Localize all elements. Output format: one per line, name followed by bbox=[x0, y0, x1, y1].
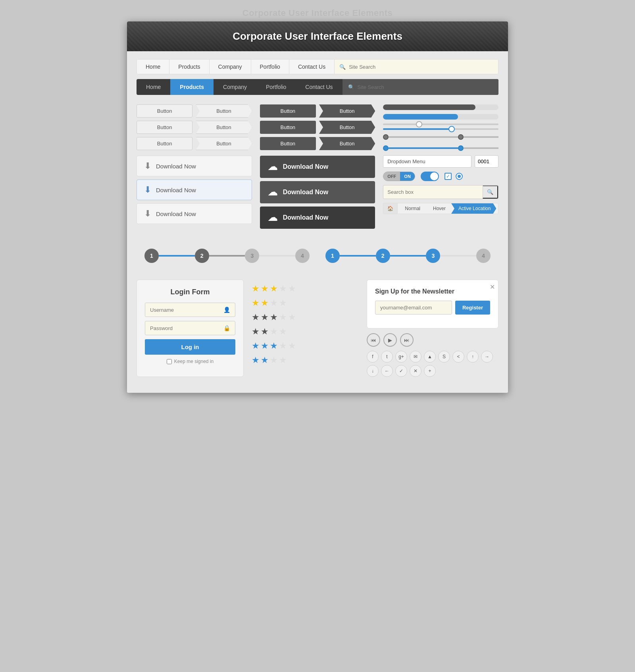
star-dark-2[interactable]: ★ bbox=[261, 312, 269, 322]
star-9[interactable]: ★ bbox=[279, 298, 287, 308]
star-dark-8[interactable]: ★ bbox=[270, 326, 278, 337]
nav-dark-portfolio[interactable]: Portfolio bbox=[256, 79, 296, 95]
star-blue-3[interactable]: ★ bbox=[270, 341, 278, 351]
step-2-dark[interactable]: 2 bbox=[195, 249, 209, 263]
star-5[interactable]: ★ bbox=[288, 284, 296, 294]
dark-btn-2[interactable]: Button bbox=[260, 121, 316, 134]
step-1-dark[interactable]: 1 bbox=[144, 249, 159, 263]
star-dark-1[interactable]: ★ bbox=[252, 312, 260, 322]
toggle-off-on[interactable]: OFF ON bbox=[383, 172, 415, 181]
checkbox-checked[interactable]: ✓ bbox=[444, 173, 452, 180]
download-btn-light-3[interactable]: ⬇ Download Now bbox=[137, 203, 252, 224]
download-btn-dark-1[interactable]: ☁ Download Now bbox=[260, 156, 375, 178]
nav-dark-products[interactable]: Products bbox=[170, 79, 214, 95]
number-input[interactable] bbox=[475, 155, 498, 168]
toggle-switch[interactable] bbox=[421, 172, 439, 181]
star-4[interactable]: ★ bbox=[279, 284, 287, 294]
star-dark-3[interactable]: ★ bbox=[270, 312, 278, 322]
light-btn-2[interactable]: Button bbox=[137, 121, 192, 134]
check-icon[interactable]: ✓ bbox=[395, 365, 407, 377]
plus-icon[interactable]: + bbox=[424, 365, 436, 377]
dark-arrow-btn-2[interactable]: Button bbox=[319, 121, 375, 134]
search-box[interactable]: 🔍 bbox=[383, 185, 498, 199]
radio-selected[interactable] bbox=[456, 173, 463, 180]
light-arrow-btn-1[interactable]: Button bbox=[196, 104, 252, 118]
star-7[interactable]: ★ bbox=[261, 298, 269, 308]
email-input[interactable] bbox=[375, 301, 452, 315]
step-2-blue[interactable]: 2 bbox=[376, 249, 390, 263]
up-arrow-icon[interactable]: ▲ bbox=[424, 351, 436, 363]
star-blue-5[interactable]: ★ bbox=[288, 341, 296, 351]
star-blue-8[interactable]: ★ bbox=[270, 355, 278, 365]
star-dark-9[interactable]: ★ bbox=[279, 326, 287, 337]
star-6[interactable]: ★ bbox=[252, 298, 260, 308]
star-blue-2[interactable]: ★ bbox=[261, 341, 269, 351]
fast-forward-button[interactable]: ⏭ bbox=[400, 333, 414, 347]
password-field[interactable]: 🔒 bbox=[145, 321, 235, 335]
step-1-blue[interactable]: 1 bbox=[325, 249, 340, 263]
breadcrumb-home[interactable]: 🏠 bbox=[383, 203, 398, 214]
breadcrumb-normal[interactable]: Normal bbox=[398, 203, 426, 214]
star-8[interactable]: ★ bbox=[270, 298, 278, 308]
close-icon[interactable]: ✕ bbox=[490, 283, 495, 291]
light-arrow-btn-3[interactable]: Button bbox=[196, 137, 252, 150]
right-arrow-icon[interactable]: → bbox=[481, 351, 493, 363]
mail-icon[interactable]: ✉ bbox=[410, 351, 421, 363]
play-button[interactable]: ▶ bbox=[383, 333, 397, 347]
dark-arrow-btn-1[interactable]: Button bbox=[319, 104, 375, 118]
dark-btn-3[interactable]: Button bbox=[260, 137, 316, 150]
step-3-dark[interactable]: 3 bbox=[245, 249, 259, 263]
light-btn-3[interactable]: Button bbox=[137, 137, 192, 150]
star-blue-7[interactable]: ★ bbox=[261, 355, 269, 365]
star-1[interactable]: ★ bbox=[252, 284, 260, 294]
download-btn-light-2[interactable]: ⬇ Download Now bbox=[137, 180, 252, 200]
nav-light-company[interactable]: Company bbox=[210, 60, 251, 74]
search-box-button[interactable]: 🔍 bbox=[483, 185, 498, 199]
username-input[interactable] bbox=[150, 307, 222, 313]
x-icon[interactable]: ✕ bbox=[410, 365, 421, 377]
step-3-blue[interactable]: 3 bbox=[426, 249, 440, 263]
facebook-icon[interactable]: f bbox=[367, 351, 379, 363]
star-dark-5[interactable]: ★ bbox=[288, 312, 296, 322]
nav-dark-contact[interactable]: Contact Us bbox=[296, 79, 342, 95]
share-icon[interactable]: < bbox=[452, 351, 464, 363]
star-dark-7[interactable]: ★ bbox=[261, 326, 269, 337]
light-btn-1[interactable]: Button bbox=[137, 104, 192, 118]
star-blue-1[interactable]: ★ bbox=[252, 341, 260, 351]
nav-light-search[interactable]: 🔍 bbox=[335, 60, 498, 74]
nav-light-search-input[interactable] bbox=[349, 64, 493, 70]
username-field[interactable]: 👤 bbox=[145, 303, 235, 317]
password-input[interactable] bbox=[150, 325, 222, 331]
slider-2[interactable] bbox=[383, 128, 498, 130]
step-4-dark[interactable]: 4 bbox=[295, 249, 310, 263]
nav-light-home[interactable]: Home bbox=[137, 60, 169, 74]
nav-dark-search[interactable]: 🔍 bbox=[343, 79, 498, 95]
google-plus-icon[interactable]: g+ bbox=[395, 351, 407, 363]
down-arrow-icon[interactable]: ↓ bbox=[367, 365, 379, 377]
keep-signed-checkbox[interactable] bbox=[167, 359, 172, 364]
breadcrumb-active[interactable]: Active Location bbox=[451, 203, 496, 214]
dark-btn-1[interactable]: Button bbox=[260, 104, 316, 118]
light-arrow-btn-2[interactable]: Button bbox=[196, 121, 252, 134]
dark-arrow-btn-3[interactable]: Button bbox=[319, 137, 375, 150]
download-btn-light-1[interactable]: ⬇ Download Now bbox=[137, 156, 252, 176]
twitter-icon[interactable]: t bbox=[381, 351, 393, 363]
star-dark-4[interactable]: ★ bbox=[279, 312, 287, 322]
nav-dark-company[interactable]: Company bbox=[214, 79, 256, 95]
dropdown-menu[interactable]: Dropdown Menu bbox=[383, 155, 471, 168]
nav-light-portfolio[interactable]: Portfolio bbox=[251, 60, 289, 74]
login-button[interactable]: Log in bbox=[145, 339, 235, 355]
download-btn-dark-3[interactable]: ☁ Download Now bbox=[260, 207, 375, 229]
skype-icon[interactable]: S bbox=[438, 351, 450, 363]
upload-icon[interactable]: ↑ bbox=[467, 351, 479, 363]
step-4-blue[interactable]: 4 bbox=[476, 249, 491, 263]
register-button[interactable]: Register bbox=[455, 301, 490, 315]
star-blue-9[interactable]: ★ bbox=[279, 355, 287, 365]
nav-light-contact[interactable]: Contact Us bbox=[289, 60, 335, 74]
star-blue-6[interactable]: ★ bbox=[252, 355, 260, 365]
star-3[interactable]: ★ bbox=[270, 284, 278, 294]
star-2[interactable]: ★ bbox=[261, 284, 269, 294]
nav-light-products[interactable]: Products bbox=[169, 60, 209, 74]
nav-dark-home[interactable]: Home bbox=[137, 79, 170, 95]
breadcrumb-hover[interactable]: Hover bbox=[426, 203, 451, 214]
